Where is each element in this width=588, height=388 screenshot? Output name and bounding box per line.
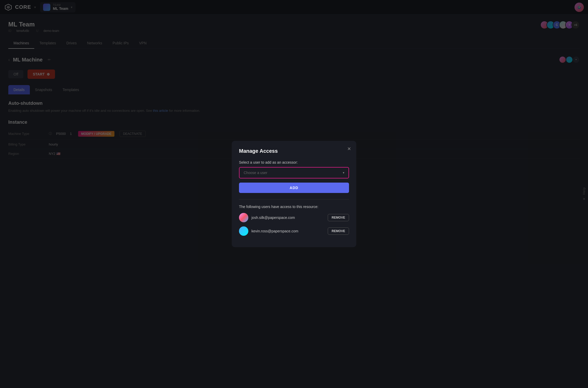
remove-user-2-button[interactable]: REMOVE xyxy=(328,227,349,235)
user-avatar-2 xyxy=(239,226,248,236)
user-row-2: kevin.ross@paperspace.com REMOVE xyxy=(239,226,349,236)
user-avatar-1 xyxy=(239,213,248,222)
user-select-placeholder: Choose a user xyxy=(244,171,267,175)
user-email-2: kevin.ross@paperspace.com xyxy=(251,229,325,233)
modal-title: Manage Access xyxy=(239,148,349,154)
user-row-1: josh.silk@paperspace.com REMOVE xyxy=(239,213,349,222)
modal-divider xyxy=(239,199,349,199)
access-users-label: The following users have access to this … xyxy=(239,205,349,209)
modal-close-button[interactable]: ✕ xyxy=(347,146,351,152)
add-user-button[interactable]: ADD xyxy=(239,183,349,193)
modal-overlay[interactable]: Manage Access ✕ Select a user to add as … xyxy=(0,0,588,388)
select-user-label: Select a user to add as an accessor: xyxy=(239,160,349,164)
user-email-1: josh.silk@paperspace.com xyxy=(251,216,325,220)
user-select-dropdown[interactable]: Choose a user ▾ xyxy=(239,167,349,178)
manage-access-modal: Manage Access ✕ Select a user to add as … xyxy=(232,141,356,247)
remove-user-1-button[interactable]: REMOVE xyxy=(328,214,349,221)
dropdown-chevron-icon: ▾ xyxy=(343,171,344,175)
